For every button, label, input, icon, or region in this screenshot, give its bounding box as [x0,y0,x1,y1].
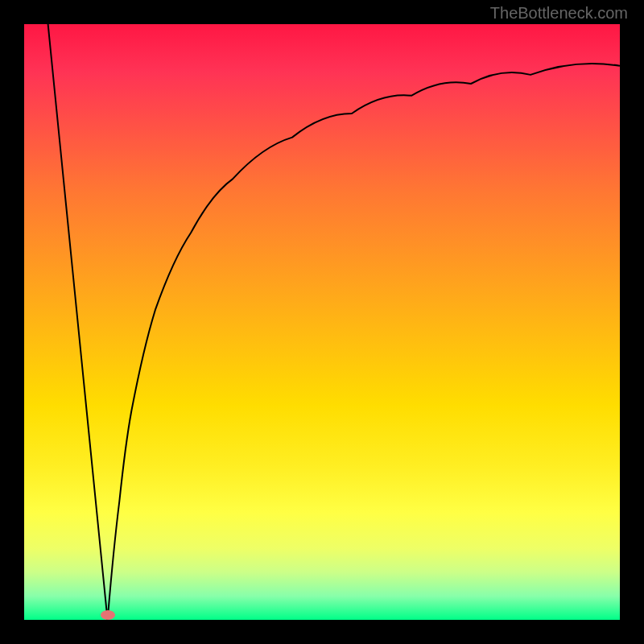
minimum-marker [101,610,115,620]
watermark-text: TheBottleneck.com [490,4,628,23]
bottleneck-curve [24,24,620,620]
chart-area [24,24,620,620]
